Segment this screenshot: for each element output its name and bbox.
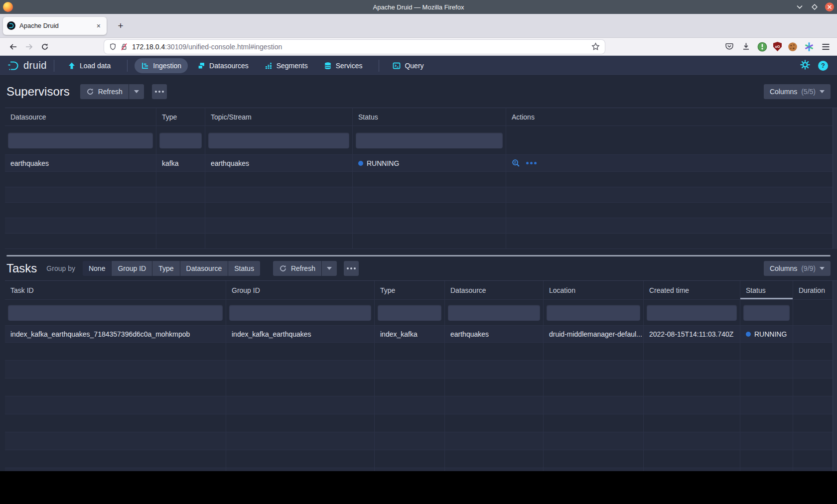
filter-status-input[interactable] bbox=[743, 305, 790, 321]
filter-datasource-input[interactable] bbox=[448, 305, 540, 321]
empty-row bbox=[5, 172, 833, 187]
tasks-scrollbar[interactable] bbox=[833, 281, 837, 471]
filter-type-input[interactable] bbox=[159, 132, 202, 148]
help-icon[interactable]: ? bbox=[818, 61, 828, 71]
filter-type-input[interactable] bbox=[378, 305, 441, 321]
tasks-toolbar: Tasks Group by None Group ID Type Dataso… bbox=[0, 259, 837, 277]
group-by-none-button[interactable]: None bbox=[83, 261, 111, 276]
row-more-actions-icon[interactable] bbox=[526, 162, 537, 164]
group-by-datasource-button[interactable]: Datasource bbox=[180, 261, 228, 276]
url-text[interactable]: 172.18.0.4:30109/unified-console.html#in… bbox=[132, 43, 591, 51]
nav-ingestion[interactable]: Ingestion bbox=[135, 58, 188, 73]
cell-datasource: earthquakes bbox=[445, 326, 544, 342]
filter-status-input[interactable] bbox=[356, 132, 503, 148]
query-icon bbox=[393, 62, 401, 70]
desktop: Apache Druid — Mozilla Firefox Apache Dr… bbox=[0, 0, 837, 504]
filter-created-time-input[interactable] bbox=[647, 305, 737, 321]
url-bar[interactable]: 172.18.0.4:30109/unified-console.html#in… bbox=[104, 40, 605, 54]
tasks-more-button[interactable] bbox=[344, 261, 359, 276]
bookmark-star-icon[interactable] bbox=[591, 42, 600, 51]
browser-tab-apache-druid[interactable]: Apache Druid × bbox=[3, 17, 107, 35]
window-maximize-button[interactable] bbox=[810, 2, 819, 11]
settings-gear-icon[interactable] bbox=[800, 60, 810, 72]
navbar-divider bbox=[54, 60, 54, 72]
cell-duration bbox=[793, 326, 833, 342]
supervisors-columns-button[interactable]: Columns (5/5) bbox=[764, 84, 831, 99]
group-by-type-button[interactable]: Type bbox=[152, 261, 179, 276]
window-close-button[interactable] bbox=[825, 2, 834, 11]
insecure-lock-icon[interactable] bbox=[120, 43, 128, 51]
asterisk-extension-icon[interactable] bbox=[804, 41, 815, 52]
filter-topic-input[interactable] bbox=[208, 132, 349, 148]
reload-button[interactable] bbox=[37, 40, 53, 54]
downloads-icon[interactable] bbox=[740, 41, 751, 52]
supervisors-scrollbar[interactable] bbox=[833, 108, 837, 249]
filter-task-id-input[interactable] bbox=[8, 305, 223, 321]
cell-actions bbox=[506, 155, 833, 171]
col-header-duration[interactable]: Duration bbox=[793, 281, 833, 299]
tasks-refresh-caret-button[interactable] bbox=[322, 261, 337, 276]
ingestion-icon bbox=[141, 62, 149, 70]
window-minimize-button[interactable] bbox=[795, 2, 804, 11]
druid-logo[interactable]: druid bbox=[7, 60, 47, 72]
col-header-location[interactable]: Location bbox=[544, 281, 644, 299]
pocket-icon[interactable] bbox=[724, 41, 735, 52]
group-by-status-button[interactable]: Status bbox=[228, 261, 260, 276]
nav-query[interactable]: Query bbox=[386, 58, 430, 73]
col-header-status[interactable]: Status bbox=[353, 108, 506, 126]
datasources-icon bbox=[197, 62, 205, 70]
window-title: Apache Druid — Mozilla Firefox bbox=[0, 3, 837, 11]
supervisors-refresh-button[interactable]: Refresh bbox=[80, 84, 129, 99]
privacy-extension-icon[interactable] bbox=[757, 41, 768, 52]
filter-location-input[interactable] bbox=[547, 305, 640, 321]
col-header-datasource[interactable]: Datasource bbox=[445, 281, 544, 299]
col-header-datasource[interactable]: Datasource bbox=[5, 108, 156, 126]
cookie-extension-icon[interactable] bbox=[787, 41, 798, 52]
supervisors-refresh-caret-button[interactable] bbox=[129, 84, 144, 99]
druid-logo-icon bbox=[7, 60, 20, 72]
forward-button[interactable] bbox=[21, 40, 37, 54]
nav-services[interactable]: Services bbox=[317, 58, 369, 73]
section-resize-divider[interactable] bbox=[6, 255, 831, 256]
cell-location: druid-middlemanager-defaul... bbox=[544, 326, 644, 342]
col-header-topic-stream[interactable]: Topic/Stream bbox=[205, 108, 353, 126]
empty-row bbox=[5, 432, 833, 450]
empty-row bbox=[5, 378, 833, 396]
nav-datasources[interactable]: Datasources bbox=[191, 58, 255, 73]
back-button[interactable] bbox=[5, 40, 21, 54]
col-header-actions[interactable]: Actions bbox=[506, 108, 833, 126]
extension-toolbar: uO bbox=[724, 41, 832, 52]
caret-down-icon bbox=[327, 267, 332, 270]
col-header-type[interactable]: Type bbox=[375, 281, 445, 299]
navbar-divider bbox=[127, 60, 128, 72]
cell-created-time: 2022-08-15T14:11:03.740Z bbox=[644, 326, 740, 342]
tasks-table: Task ID Group ID Type Datasource Locatio… bbox=[5, 280, 837, 471]
nav-segments[interactable]: Segments bbox=[258, 58, 314, 73]
col-header-status-sorted[interactable]: Status bbox=[740, 281, 793, 299]
tasks-header-row: Task ID Group ID Type Datasource Locatio… bbox=[5, 281, 833, 300]
task-row-index-kafka-earthquakes[interactable]: index_kafka_earthquakes_7184357396d6c0a_… bbox=[5, 326, 833, 343]
new-tab-button[interactable]: + bbox=[114, 20, 128, 31]
col-header-type[interactable]: Type bbox=[156, 108, 205, 126]
filter-datasource-input[interactable] bbox=[8, 132, 153, 148]
col-header-task-id[interactable]: Task ID bbox=[5, 281, 226, 299]
tracking-shield-icon[interactable] bbox=[109, 43, 117, 51]
col-header-group-id[interactable]: Group ID bbox=[226, 281, 375, 299]
ublock-origin-icon[interactable]: uO bbox=[773, 42, 782, 51]
cell-status: RUNNING bbox=[353, 155, 506, 171]
supervisors-more-button[interactable] bbox=[152, 84, 167, 99]
druid-favicon-icon bbox=[7, 21, 15, 30]
filter-group-id-input[interactable] bbox=[229, 305, 371, 321]
menu-hamburger-icon[interactable] bbox=[820, 41, 831, 52]
view-detail-icon[interactable] bbox=[512, 159, 520, 167]
supervisor-row-earthquakes[interactable]: earthquakes kafka earthquakes RUNNING bbox=[5, 155, 833, 172]
tasks-refresh-button[interactable]: Refresh bbox=[273, 261, 321, 276]
nav-load-data[interactable]: Load data bbox=[61, 58, 117, 73]
tasks-columns-button[interactable]: Columns (9/9) bbox=[764, 261, 831, 276]
group-by-group-id-button[interactable]: Group ID bbox=[112, 261, 152, 276]
empty-row bbox=[5, 218, 833, 234]
more-dots-icon bbox=[155, 91, 164, 93]
col-header-created-time[interactable]: Created time bbox=[644, 281, 740, 299]
supervisors-table: Datasource Type Topic/Stream Status Acti… bbox=[5, 108, 837, 249]
tab-close-icon[interactable]: × bbox=[95, 22, 103, 30]
